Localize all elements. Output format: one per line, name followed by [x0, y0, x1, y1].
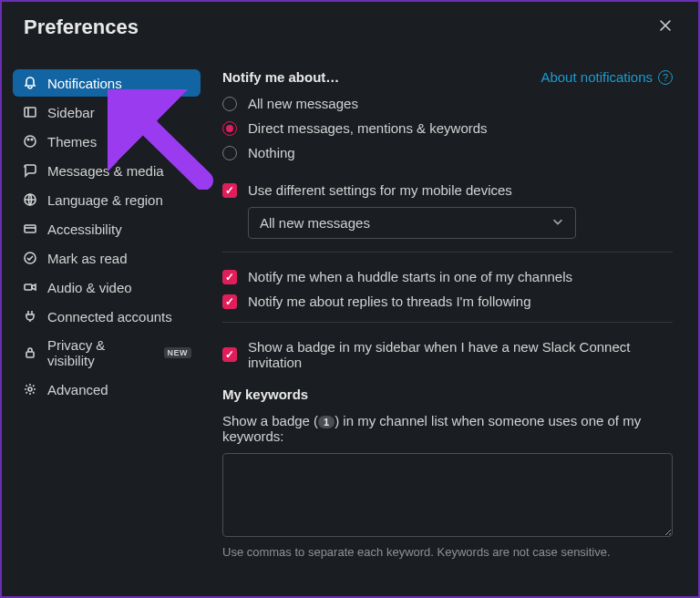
- sidebar-item-label: Messages & media: [47, 163, 164, 179]
- divider: [222, 322, 673, 323]
- notify-heading: Notify me about…: [222, 69, 339, 85]
- plug-icon: [22, 308, 38, 325]
- sidebar-item-connected-accounts[interactable]: Connected accounts: [13, 303, 201, 330]
- accessibility-icon: [22, 221, 38, 237]
- sidebar-item-accessibility[interactable]: Accessibility: [13, 215, 201, 242]
- about-notifications-link[interactable]: About notifications ?: [540, 69, 673, 85]
- mobile-notify-select[interactable]: All new messages: [248, 207, 576, 239]
- svg-point-1: [25, 136, 36, 147]
- svg-rect-7: [25, 284, 32, 290]
- close-icon: [658, 18, 673, 33]
- radio-label: Nothing: [248, 145, 295, 160]
- svg-point-3: [31, 139, 33, 140]
- svg-rect-8: [26, 352, 34, 357]
- close-button[interactable]: [654, 15, 676, 40]
- huddle-label: Notify me when a huddle starts in one of…: [248, 269, 572, 284]
- radio-icon: [222, 97, 237, 111]
- bell-icon: [22, 75, 38, 91]
- content-pane: Notify me about… About notifications ? A…: [201, 47, 687, 589]
- sidebar-item-audio-video[interactable]: Audio & video: [13, 273, 201, 301]
- divider: [222, 252, 673, 253]
- chevron-down-icon: [551, 215, 564, 231]
- sidebar-item-privacy-visibility[interactable]: Privacy & visibilityNEW: [13, 332, 201, 374]
- threads-label: Notify me about replies to threads I'm f…: [248, 294, 531, 309]
- checkbox-icon: [222, 347, 237, 362]
- keywords-textarea[interactable]: [222, 453, 673, 537]
- mobile-diff-label: Use different settings for my mobile dev…: [248, 182, 512, 198]
- checkbox-icon: [222, 183, 237, 198]
- sidebar-icon: [22, 104, 38, 120]
- sidebar-item-label: Language & region: [47, 192, 163, 208]
- svg-point-9: [28, 387, 32, 391]
- sidebar-item-label: Advanced: [47, 382, 108, 397]
- sidebar-item-sidebar[interactable]: Sidebar: [13, 98, 201, 126]
- sidebar-item-themes[interactable]: Themes: [13, 128, 201, 155]
- svg-rect-0: [25, 108, 36, 117]
- sidebar-item-label: Mark as read: [47, 251, 128, 266]
- keywords-hint: Use commas to separate each keyword. Key…: [222, 545, 673, 559]
- about-notifications-text: About notifications: [540, 69, 653, 85]
- keywords-description: Show a badge (1) in my channel list when…: [222, 413, 673, 444]
- sidebar-item-label: Audio & video: [47, 280, 132, 295]
- globe-icon: [22, 191, 38, 208]
- sidebar-item-notifications[interactable]: Notifications: [13, 69, 201, 97]
- checkbox-icon: [222, 270, 237, 284]
- sidebar-item-label: Connected accounts: [47, 309, 172, 325]
- radio-icon: [222, 121, 237, 136]
- help-icon: ?: [658, 70, 673, 85]
- sidebar-item-label: Privacy & visibility: [47, 337, 155, 368]
- keywords-heading: My keywords: [222, 387, 673, 402]
- checkbox-icon: [222, 294, 237, 309]
- mobile-diff-checkbox[interactable]: Use different settings for my mobile dev…: [222, 182, 673, 198]
- chat-icon: [22, 162, 38, 179]
- sidebar-item-messages-media[interactable]: Messages & media: [13, 157, 201, 184]
- video-icon: [22, 279, 38, 295]
- huddle-checkbox[interactable]: Notify me when a huddle starts in one of…: [222, 269, 673, 284]
- sidebar-item-language-region[interactable]: Language & region: [13, 186, 201, 213]
- svg-point-2: [27, 139, 29, 140]
- gear-icon: [22, 381, 38, 397]
- check-circle-icon: [22, 250, 38, 266]
- sidebar-item-mark-as-read[interactable]: Mark as read: [13, 244, 201, 272]
- sidebar: NotificationsSidebarThemesMessages & med…: [13, 47, 201, 589]
- palette-icon: [22, 133, 38, 150]
- svg-rect-5: [25, 225, 36, 232]
- lock-icon: [22, 345, 38, 361]
- mobile-select-value: All new messages: [260, 215, 370, 231]
- notify-radio-2[interactable]: Nothing: [222, 145, 673, 160]
- radio-label: Direct messages, mentions & keywords: [248, 120, 488, 136]
- connect-badge-label: Show a badge in my sidebar when I have a…: [248, 339, 673, 370]
- sidebar-item-advanced[interactable]: Advanced: [13, 376, 201, 403]
- sidebar-item-label: Notifications: [47, 76, 122, 91]
- threads-checkbox[interactable]: Notify me about replies to threads I'm f…: [222, 294, 673, 309]
- sidebar-item-label: Sidebar: [47, 105, 95, 120]
- connect-badge-checkbox[interactable]: Show a badge in my sidebar when I have a…: [222, 339, 673, 370]
- sidebar-item-label: Themes: [47, 134, 97, 150]
- badge-count: 1: [318, 416, 335, 428]
- new-badge: NEW: [164, 347, 192, 358]
- radio-icon: [222, 146, 237, 160]
- notify-radio-1[interactable]: Direct messages, mentions & keywords: [222, 120, 673, 136]
- radio-label: All new messages: [248, 96, 358, 111]
- sidebar-item-label: Accessibility: [47, 222, 122, 237]
- notify-radio-0[interactable]: All new messages: [222, 96, 673, 111]
- page-title: Preferences: [24, 15, 139, 39]
